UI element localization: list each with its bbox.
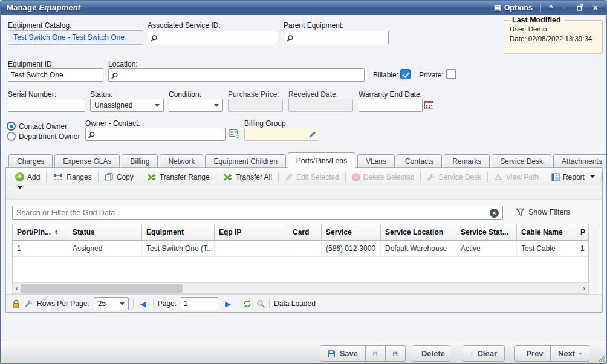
cell-equipment: Test Switch One (T... bbox=[142, 241, 215, 256]
serial-number-label: Serial Number: bbox=[8, 90, 56, 99]
lock-icon[interactable] bbox=[12, 299, 20, 308]
equipment-id-input[interactable] bbox=[11, 71, 100, 79]
column-header-port-cut[interactable]: P bbox=[576, 224, 588, 240]
tab-charges[interactable]: Charges bbox=[8, 154, 53, 168]
tab-network[interactable]: Network bbox=[160, 154, 203, 168]
warranty-end-date-field[interactable] bbox=[359, 99, 423, 112]
next-page-icon[interactable]: ▶ bbox=[222, 299, 233, 308]
column-header-service-location[interactable]: Service Location bbox=[381, 224, 456, 240]
column-header-card[interactable]: Card bbox=[288, 224, 322, 240]
last-modified-date: Date: 02/08/2022 13:39:34 bbox=[510, 35, 597, 42]
add-contact-button[interactable] bbox=[229, 129, 240, 139]
report-button[interactable]: Report bbox=[547, 171, 599, 183]
contact-owner-radio[interactable] bbox=[7, 122, 16, 131]
owner-contact-field[interactable] bbox=[85, 128, 226, 141]
calendar-picker-button[interactable] bbox=[424, 100, 434, 110]
add-button[interactable]: + Add bbox=[11, 171, 44, 183]
save-button[interactable]: Save bbox=[320, 345, 366, 362]
collapse-button[interactable]: ^ bbox=[545, 2, 557, 13]
private-checkbox[interactable] bbox=[446, 69, 456, 79]
associated-service-id-field[interactable] bbox=[148, 31, 278, 44]
options-button[interactable]: ▤ Options bbox=[490, 2, 536, 13]
column-header-cable-name[interactable]: Cable Name bbox=[517, 224, 576, 240]
condition-label: Condition: bbox=[169, 90, 201, 99]
tab-equipment-children[interactable]: Equipment Children bbox=[205, 154, 285, 168]
column-header-service-status[interactable]: Service Stat... bbox=[456, 224, 517, 240]
cell-service: (586) 012-3000 bbox=[322, 241, 381, 256]
resize-grip[interactable] bbox=[598, 355, 605, 362]
tab-contacts[interactable]: Contacts bbox=[397, 154, 442, 168]
chevron-down-icon bbox=[214, 104, 219, 107]
warranty-end-date-input[interactable] bbox=[362, 101, 420, 109]
scroll-left-icon[interactable]: ‹ bbox=[13, 284, 21, 293]
edit-pencil-icon[interactable] bbox=[309, 131, 316, 138]
next-button[interactable]: Next bbox=[551, 345, 589, 362]
show-filters-button[interactable]: Show Filters bbox=[513, 207, 573, 218]
minimize-button[interactable]: – bbox=[559, 2, 571, 13]
status-label: Status: bbox=[90, 90, 112, 99]
page-number-input[interactable] bbox=[184, 299, 215, 308]
billable-checkbox[interactable] bbox=[400, 69, 411, 79]
grid-search-input[interactable] bbox=[16, 209, 490, 217]
wrench-icon[interactable] bbox=[24, 299, 33, 308]
sort-icon[interactable]: ▲▼ bbox=[54, 229, 58, 235]
equipment-catalog-link[interactable]: Test Switch One - Test Switch One bbox=[13, 33, 125, 42]
column-header-equipment[interactable]: Equipment bbox=[142, 224, 215, 240]
delete-button[interactable]: Delete bbox=[412, 345, 450, 362]
clear-button[interactable]: Clear bbox=[463, 345, 505, 362]
grid-horizontal-scrollbar[interactable]: ‹ › bbox=[12, 282, 589, 294]
tab-attachments[interactable]: Attachments bbox=[553, 154, 607, 168]
column-header-eqp-ip[interactable]: Eqp IP bbox=[215, 224, 288, 240]
purchase-price-field bbox=[228, 99, 283, 112]
table-row[interactable]: 1 Assigned Test Switch One (T... (586) 0… bbox=[13, 241, 588, 257]
transfer-all-button[interactable]: Transfer All bbox=[218, 171, 276, 183]
search-icon[interactable] bbox=[256, 299, 265, 308]
ranges-button[interactable]: Ranges bbox=[48, 171, 96, 183]
rows-per-page-select[interactable]: 25 bbox=[94, 297, 129, 310]
close-button[interactable]: × bbox=[589, 2, 602, 14]
page-number-field[interactable] bbox=[181, 297, 218, 310]
parent-equipment-field[interactable] bbox=[284, 31, 389, 44]
grid-vertical-scrollbar[interactable] bbox=[589, 224, 597, 295]
location-input[interactable] bbox=[120, 71, 362, 79]
rows-per-page-label: Rows Per Page: bbox=[37, 299, 89, 308]
copy-button[interactable]: Copy bbox=[100, 171, 138, 183]
clear-search-icon[interactable]: × bbox=[490, 209, 499, 218]
tab-service-desk[interactable]: Service Desk bbox=[492, 154, 551, 168]
column-header-status[interactable]: Status bbox=[68, 224, 142, 240]
equipment-id-field[interactable] bbox=[8, 68, 103, 82]
tab-remarks[interactable]: Remarks bbox=[444, 154, 490, 168]
parent-equipment-input[interactable] bbox=[296, 33, 386, 42]
tab-billing[interactable]: Billing bbox=[122, 154, 158, 168]
tab-expense-glas[interactable]: Expense GLAs bbox=[54, 154, 120, 168]
prev-button[interactable]: Prev bbox=[514, 345, 551, 362]
location-field[interactable] bbox=[108, 68, 365, 82]
associated-service-id-input[interactable] bbox=[160, 33, 275, 42]
serial-number-input[interactable] bbox=[11, 101, 82, 109]
scrollbar-thumb[interactable] bbox=[21, 284, 183, 293]
toolbar-overflow-button[interactable] bbox=[11, 189, 27, 198]
associated-service-id-label: Associated Service ID: bbox=[148, 21, 221, 30]
column-header-port-pin[interactable]: Port/Pin... ▲▼ bbox=[13, 224, 68, 240]
perspectives-button[interactable]: Perspectives bbox=[603, 171, 607, 183]
search-icon bbox=[88, 131, 96, 138]
owner-contact-label: Owner - Contact: bbox=[85, 119, 140, 128]
serial-number-field[interactable] bbox=[8, 99, 85, 112]
scroll-right-icon[interactable]: › bbox=[580, 284, 588, 293]
tab-vlans[interactable]: VLans bbox=[357, 154, 395, 168]
refresh-icon[interactable] bbox=[242, 299, 252, 308]
owner-contact-input[interactable] bbox=[97, 130, 222, 138]
column-header-service[interactable]: Service bbox=[322, 224, 381, 240]
status-select[interactable]: Unassigned bbox=[90, 99, 164, 112]
window-controls: ▤ Options ^ – × bbox=[490, 2, 606, 14]
department-owner-radio[interactable] bbox=[7, 132, 16, 141]
save-and-new-button[interactable] bbox=[366, 345, 386, 362]
tab-ports-pins-lens[interactable]: Ports/Pins/Lens bbox=[288, 152, 355, 168]
previous-page-icon[interactable]: ◀ bbox=[138, 299, 149, 308]
condition-select[interactable] bbox=[169, 99, 223, 112]
popout-button[interactable] bbox=[573, 3, 587, 12]
grid-search-box[interactable]: × bbox=[12, 206, 503, 220]
save-and-close-button[interactable] bbox=[386, 345, 406, 362]
transfer-range-button[interactable]: Transfer Range bbox=[142, 171, 214, 183]
cell-service-location: Default Warehouse bbox=[381, 241, 456, 256]
